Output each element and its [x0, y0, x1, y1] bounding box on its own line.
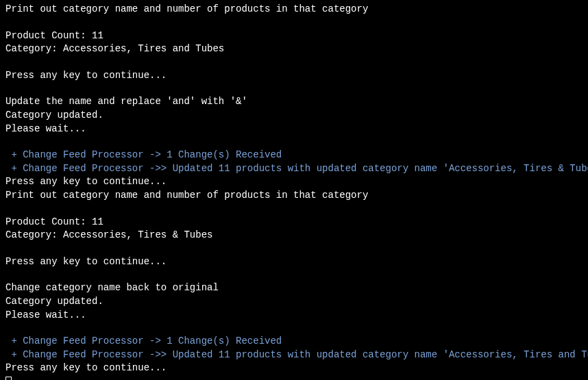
terminal-line: Press any key to continue...: [5, 69, 583, 83]
terminal-line: Product Count: 11: [5, 216, 583, 229]
terminal-line: Category: Accessories, Tires & Tubes: [5, 229, 583, 242]
terminal-line: [5, 56, 583, 69]
terminal-output: Print out category name and number of pr…: [5, 3, 583, 375]
terminal-line: [5, 136, 583, 149]
terminal-line: [5, 268, 583, 281]
terminal-line: Product Count: 11: [5, 29, 583, 43]
terminal-line: Press any key to continue...: [5, 175, 583, 189]
terminal-line: [5, 16, 583, 29]
terminal-line: Press any key to continue...: [5, 255, 583, 269]
terminal-line: + Change Feed Processor ->> Updated 11 p…: [5, 349, 583, 362]
terminal-line: Print out category name and number of pr…: [5, 3, 583, 16]
terminal-line: Please wait...: [5, 123, 583, 136]
terminal-cursor: [5, 377, 12, 380]
terminal-line: Category: Accessories, Tires and Tubes: [5, 42, 583, 56]
terminal-line: Category updated.: [5, 295, 583, 309]
terminal-line: Update the name and replace 'and' with '…: [5, 95, 583, 109]
terminal-line: [5, 82, 583, 95]
terminal-line: [5, 203, 583, 216]
terminal-line: Please wait...: [5, 309, 583, 322]
terminal-line: [5, 322, 583, 335]
terminal-line: Category updated.: [5, 109, 583, 123]
terminal-line: Print out category name and number of pr…: [5, 189, 583, 203]
terminal-line: Change category name back to original: [5, 281, 583, 295]
terminal-line: [5, 242, 583, 255]
terminal-line: + Change Feed Processor -> 1 Change(s) R…: [5, 335, 583, 349]
terminal-line: Press any key to continue...: [5, 362, 583, 375]
terminal-line: + Change Feed Processor ->> Updated 11 p…: [5, 162, 583, 176]
terminal-line: + Change Feed Processor -> 1 Change(s) R…: [5, 149, 583, 162]
